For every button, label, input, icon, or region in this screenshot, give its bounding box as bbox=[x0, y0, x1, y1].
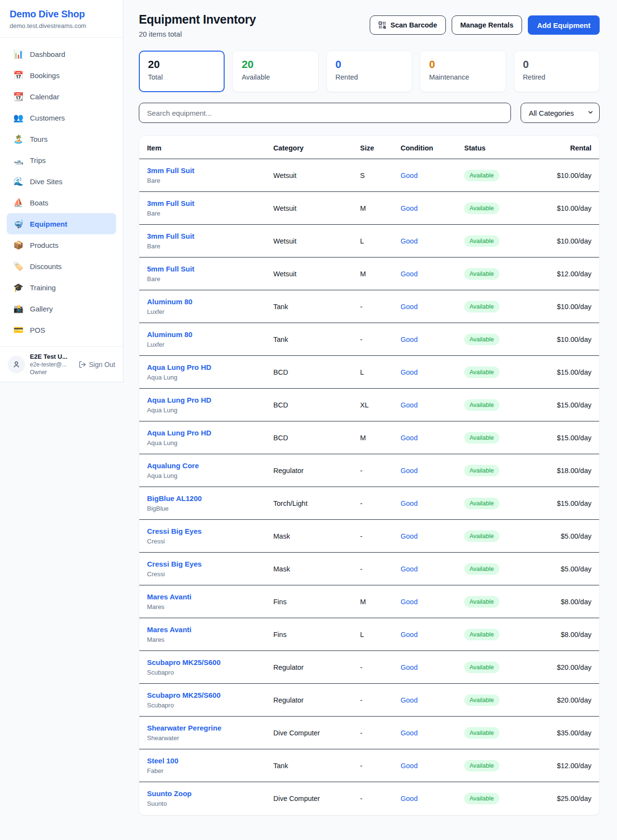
item-name-link[interactable]: Scubapro MK25/S600 bbox=[147, 658, 221, 666]
item-name-link[interactable]: Aqualung Core bbox=[147, 461, 199, 470]
item-brand: Cressi bbox=[147, 570, 273, 578]
sidebar-item[interactable]: 👥 Customers bbox=[7, 107, 116, 128]
table-row: Aluminum 80 Luxfer Tank - Good Available… bbox=[139, 290, 599, 323]
sidebar-item[interactable]: 🎓 Training bbox=[7, 277, 116, 298]
sidebar-item[interactable]: 🏝️ Tours bbox=[7, 128, 116, 149]
item-rental-rate: $15.00/day bbox=[541, 421, 599, 454]
sidebar-item-icon: 📸 bbox=[13, 305, 24, 313]
sidebar-item[interactable]: 📦 Products bbox=[7, 234, 116, 256]
item-name-link[interactable]: 3mm Full Suit bbox=[147, 166, 194, 175]
item-category: Mask bbox=[273, 553, 360, 585]
item-category: Wetsuit bbox=[273, 159, 360, 192]
item-brand: Shearwater bbox=[147, 734, 273, 742]
item-name-link[interactable]: Shearwater Peregrine bbox=[147, 724, 221, 732]
item-condition-link[interactable]: Good bbox=[401, 762, 417, 770]
item-condition-link[interactable]: Good bbox=[401, 467, 417, 474]
sidebar-item[interactable]: 🛥️ Trips bbox=[7, 149, 116, 171]
item-brand: Suunto bbox=[147, 800, 273, 807]
table-row: Aluminum 80 Luxfer Tank - Good Available… bbox=[139, 323, 599, 356]
item-condition-link[interactable]: Good bbox=[401, 795, 417, 802]
item-name-link[interactable]: Suunto Zoop bbox=[147, 789, 191, 798]
item-name-link[interactable]: 5mm Full Suit bbox=[147, 265, 194, 273]
table-row: Steel 100 Faber Tank - Good Available $1… bbox=[139, 749, 599, 782]
avatar bbox=[8, 356, 25, 373]
table-row: Scubapro MK25/S600 Scubapro Regulator - … bbox=[139, 651, 599, 684]
item-condition-link[interactable]: Good bbox=[401, 631, 417, 638]
sidebar-item[interactable]: 📊 Dashboard bbox=[7, 43, 116, 65]
item-condition-link[interactable]: Good bbox=[401, 204, 417, 212]
item-name-link[interactable]: Scubapro MK25/S600 bbox=[147, 691, 221, 699]
brand-name[interactable]: Demo Dive Shop bbox=[10, 9, 113, 20]
sidebar-item-label: Discounts bbox=[30, 262, 62, 271]
item-size: - bbox=[360, 487, 401, 520]
item-brand: Aqua Lung bbox=[147, 472, 273, 479]
sidebar-item-label: Training bbox=[30, 284, 56, 292]
item-brand: Mares bbox=[147, 603, 273, 610]
item-name-link[interactable]: Aqua Lung Pro HD bbox=[147, 363, 211, 371]
sidebar-item-icon: 🏷️ bbox=[13, 262, 24, 271]
sidebar-item-icon: 📦 bbox=[13, 241, 24, 249]
item-condition-link[interactable]: Good bbox=[401, 336, 417, 343]
item-condition-link[interactable]: Good bbox=[401, 303, 417, 311]
search-input[interactable] bbox=[139, 103, 511, 123]
manage-rentals-button[interactable]: Manage Rentals bbox=[452, 15, 522, 35]
item-name-link[interactable]: Cressi Big Eyes bbox=[147, 527, 201, 535]
stat-value: 0 bbox=[523, 58, 590, 71]
item-condition-link[interactable]: Good bbox=[401, 434, 417, 442]
item-rental-rate: $20.00/day bbox=[541, 651, 599, 684]
item-name-link[interactable]: 3mm Full Suit bbox=[147, 199, 194, 207]
item-name-link[interactable]: BigBlue AL1200 bbox=[147, 494, 202, 502]
sidebar-item[interactable]: 🤿 Equipment bbox=[7, 213, 116, 234]
table-row: Aqua Lung Pro HD Aqua Lung BCD L Good Av… bbox=[139, 356, 599, 389]
item-condition-link[interactable]: Good bbox=[401, 270, 417, 278]
item-name-link[interactable]: Aqua Lung Pro HD bbox=[147, 429, 211, 437]
item-rental-rate: $5.00/day bbox=[541, 520, 599, 553]
item-name-link[interactable]: Aluminum 80 bbox=[147, 298, 192, 306]
item-name-link[interactable]: Mares Avanti bbox=[147, 593, 191, 601]
stat-card[interactable]: 0 Retired bbox=[514, 51, 600, 92]
item-rental-rate: $8.00/day bbox=[541, 618, 599, 651]
stat-card[interactable]: 20 Total bbox=[139, 51, 225, 92]
item-name-link[interactable]: Cressi Big Eyes bbox=[147, 560, 201, 568]
sign-out-button[interactable]: Sign Out bbox=[79, 361, 115, 368]
item-condition-link[interactable]: Good bbox=[401, 532, 417, 540]
item-name-link[interactable]: Steel 100 bbox=[147, 757, 178, 765]
category-select[interactable]: All Categories bbox=[521, 103, 600, 123]
item-category: Dive Computer bbox=[273, 717, 360, 749]
item-condition-link[interactable]: Good bbox=[401, 401, 417, 409]
item-condition-link[interactable]: Good bbox=[401, 237, 417, 245]
stat-card[interactable]: 20 Available bbox=[232, 51, 318, 92]
sidebar-item[interactable]: 💳 POS bbox=[7, 319, 116, 340]
add-equipment-button[interactable]: Add Equipment bbox=[528, 15, 600, 35]
sidebar-item[interactable]: ⛵ Boats bbox=[7, 192, 116, 213]
stat-card[interactable]: 0 Rented bbox=[326, 51, 412, 92]
sidebar-item[interactable]: 🏷️ Discounts bbox=[7, 256, 116, 277]
item-size: - bbox=[360, 290, 401, 323]
table-header: Item Category Size Condition Status Rent… bbox=[139, 136, 599, 159]
sidebar-item-icon: 👥 bbox=[13, 114, 24, 122]
sidebar-item[interactable]: 📸 Gallery bbox=[7, 298, 116, 319]
item-name-link[interactable]: Mares Avanti bbox=[147, 625, 191, 634]
item-condition-link[interactable]: Good bbox=[401, 664, 417, 671]
item-rental-rate: $35.00/day bbox=[541, 717, 599, 749]
sidebar-item-icon: 🤿 bbox=[13, 220, 24, 228]
item-name-link[interactable]: 3mm Full Suit bbox=[147, 232, 194, 240]
item-condition-link[interactable]: Good bbox=[401, 172, 417, 179]
sidebar-item[interactable]: 📆 Calendar bbox=[7, 86, 116, 107]
item-condition-link[interactable]: Good bbox=[401, 565, 417, 573]
stat-label: Rented bbox=[335, 73, 403, 81]
item-condition-link[interactable]: Good bbox=[401, 598, 417, 606]
scan-barcode-button[interactable]: Scan Barcode bbox=[370, 15, 446, 35]
item-name-link[interactable]: Aluminum 80 bbox=[147, 330, 192, 339]
item-condition-link[interactable]: Good bbox=[401, 500, 417, 507]
item-condition-link[interactable]: Good bbox=[401, 368, 417, 376]
item-brand: Bare bbox=[147, 210, 273, 217]
status-badge: Available bbox=[464, 563, 499, 575]
item-name-link[interactable]: Aqua Lung Pro HD bbox=[147, 396, 211, 404]
table-row: Suunto Zoop Suunto Dive Computer - Good … bbox=[139, 782, 599, 815]
item-condition-link[interactable]: Good bbox=[401, 696, 417, 704]
sidebar-item[interactable]: 🌊 Dive Sites bbox=[7, 171, 116, 192]
stat-card[interactable]: 0 Maintenance bbox=[420, 51, 506, 92]
sidebar-item[interactable]: 📅 Bookings bbox=[7, 65, 116, 86]
item-condition-link[interactable]: Good bbox=[401, 729, 417, 737]
